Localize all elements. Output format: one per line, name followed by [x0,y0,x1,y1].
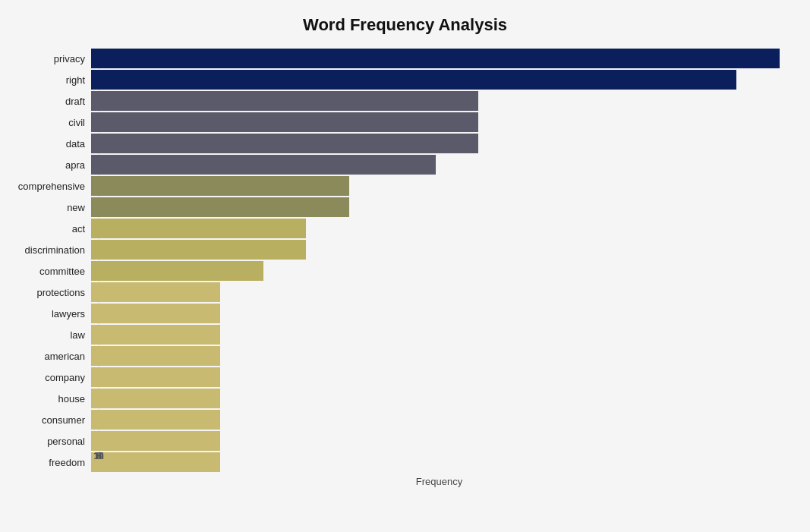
bar-fill [91,452,220,472]
chart-title: Word Frequency Analysis [30,15,780,35]
bar-fill [91,282,220,302]
bar-label: right [0,74,91,86]
bars-container: privacyrightdraftcivildataapracomprehens… [99,49,780,458]
bar-row: apra [99,155,780,175]
chart-container: Word Frequency Analysis privacyrightdraf… [0,0,810,532]
bar-row: law [99,325,780,345]
bar-row: freedom [99,452,780,472]
bar-row: company [99,367,780,387]
x-axis-label: Frequency [99,476,780,487]
bar-label: consumer [0,414,91,426]
bar-label: civil [0,117,91,128]
bar-fill [91,240,306,260]
bar-row: american [99,346,780,366]
bar-track [91,49,780,68]
bar-label: act [0,223,91,235]
bar-label: committee [0,266,91,277]
bar-row: new [99,197,780,217]
bar-fill [91,431,220,451]
bar-fill [91,197,349,217]
bar-fill [91,91,478,111]
bar-row: house [99,389,780,408]
bar-label: discrimination [0,244,91,256]
bar-label: law [0,329,91,341]
bar-track [91,155,780,175]
bar-track [91,367,780,387]
bar-track [91,304,780,323]
bar-label: freedom [0,457,91,468]
bar-label: house [0,393,91,405]
bar-row: committee [99,261,780,281]
bar-row: civil [99,112,780,132]
bar-label: american [0,351,91,362]
bar-row: personal [99,431,780,451]
bar-track [91,134,780,153]
bar-label: apra [0,159,91,171]
bar-track [91,410,780,430]
bar-row: protections [99,282,780,302]
bar-track [91,389,780,408]
bar-label: data [0,138,91,150]
bar-fill [91,325,220,345]
bar-track [91,431,780,451]
bar-track [91,452,780,472]
bar-track [91,176,780,196]
bar-track [91,346,780,366]
bar-track [91,219,780,238]
bar-fill [91,304,220,323]
bar-track [91,240,780,260]
bar-label: privacy [0,53,91,65]
bar-track [91,261,780,281]
bar-label: draft [0,96,91,107]
bar-track [91,325,780,345]
bar-fill [91,49,780,68]
bar-row: right [99,70,780,90]
bar-fill [91,346,220,366]
bar-row: comprehensive [99,176,780,196]
bar-track [91,70,780,90]
bar-fill [91,70,736,90]
bar-row: draft [99,91,780,111]
bar-fill [91,134,478,153]
bar-row: data [99,134,780,153]
chart-area: privacyrightdraftcivildataapracomprehens… [99,49,780,489]
bar-row: privacy [99,49,780,68]
bar-fill [91,219,306,238]
bar-fill [91,410,220,430]
bar-row: consumer [99,410,780,430]
x-tick-label: 16 [93,451,103,461]
bar-fill [91,261,263,281]
bar-row: act [99,219,780,238]
bar-fill [91,112,478,132]
bar-fill [91,367,220,387]
bar-fill [91,389,220,408]
bar-track [91,91,780,111]
bar-label: new [0,202,91,213]
bar-row: lawyers [99,304,780,323]
bar-fill [91,155,436,175]
bar-track [91,197,780,217]
bar-label: lawyers [0,308,91,320]
bar-fill [91,176,349,196]
bar-track [91,282,780,302]
bar-track [91,112,780,132]
bar-label: personal [0,436,91,447]
bar-label: protections [0,287,91,298]
bar-label: comprehensive [0,181,91,192]
bar-label: company [0,372,91,383]
bar-row: discrimination [99,240,780,260]
